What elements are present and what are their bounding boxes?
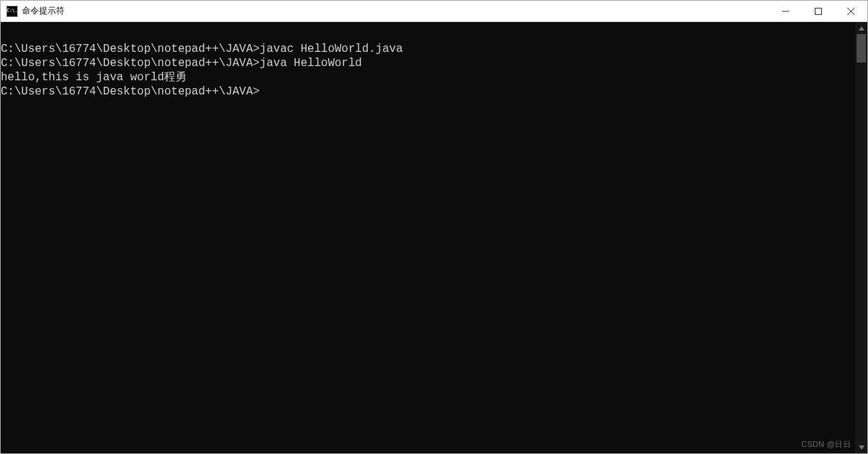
terminal-line: C:\Users\16774\Desktop\notepad++\JAVA>ja… xyxy=(1,42,855,56)
command-prompt-window: C:\. 命令提示符 C:\Users\16774\Desktop\notepa… xyxy=(0,0,868,454)
app-icon-text: C:\. xyxy=(7,9,18,13)
terminal-line: hello,this is java world程勇 xyxy=(1,70,855,85)
scroll-thumb[interactable] xyxy=(857,34,866,63)
minimize-icon xyxy=(782,8,789,15)
terminal-output[interactable]: C:\Users\16774\Desktop\notepad++\JAVA>ja… xyxy=(1,22,855,453)
terminal-area: C:\Users\16774\Desktop\notepad++\JAVA>ja… xyxy=(1,22,867,453)
window-title: 命令提示符 xyxy=(22,5,769,17)
minimize-button[interactable] xyxy=(769,1,802,21)
app-icon: C:\. xyxy=(6,6,18,17)
maximize-icon xyxy=(815,8,822,15)
titlebar[interactable]: C:\. 命令提示符 xyxy=(1,1,867,22)
svg-rect-0 xyxy=(815,8,822,14)
scroll-down-arrow-icon[interactable] xyxy=(855,441,867,453)
terminal-line: C:\Users\16774\Desktop\notepad++\JAVA>ja… xyxy=(1,56,855,70)
close-icon xyxy=(847,8,855,15)
terminal-line: C:\Users\16774\Desktop\notepad++\JAVA> xyxy=(1,85,855,99)
vertical-scrollbar[interactable] xyxy=(855,22,867,453)
maximize-button[interactable] xyxy=(802,1,835,21)
close-button[interactable] xyxy=(835,1,867,21)
window-controls xyxy=(769,1,867,21)
scroll-up-arrow-icon[interactable] xyxy=(855,22,867,34)
watermark: CSDN @日日 xyxy=(801,439,851,450)
